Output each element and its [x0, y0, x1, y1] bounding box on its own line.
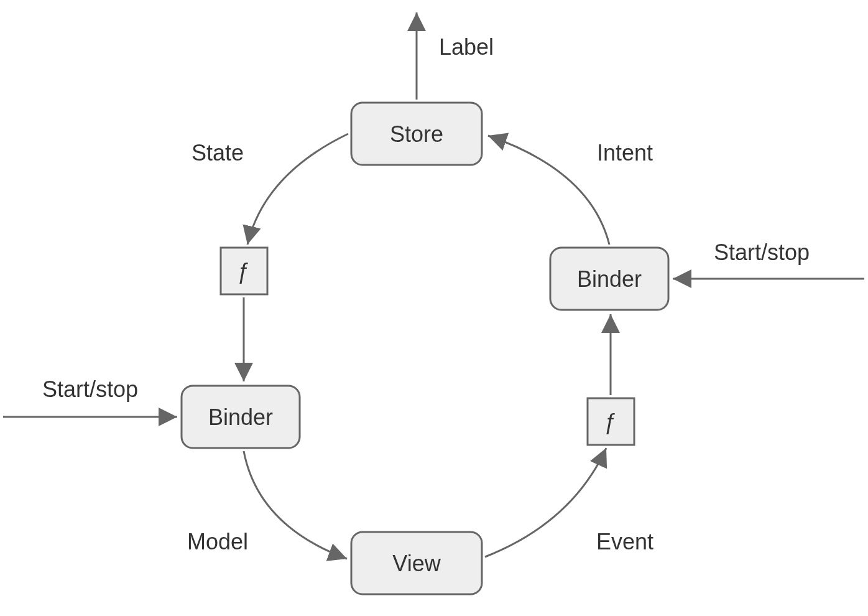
intent-arrow: [488, 136, 609, 245]
model-edge-text: Model: [187, 529, 248, 554]
start-stop-right-text: Start/stop: [714, 240, 810, 265]
state-arrow: [247, 134, 348, 245]
event-edge-text: Event: [596, 529, 653, 554]
start-stop-left-text: Start/stop: [42, 376, 138, 402]
binder-right-label: Binder: [577, 266, 642, 292]
model-arrow: [244, 451, 347, 559]
store-label: Store: [390, 121, 443, 147]
event-arrow: [485, 448, 606, 557]
architecture-diagram: Store View Binder Binder ƒ ƒ Label State…: [0, 0, 868, 616]
binder-left-label: Binder: [208, 404, 273, 430]
state-edge-text: State: [192, 140, 244, 166]
function-left-label: ƒ: [238, 258, 250, 284]
view-label: View: [392, 551, 441, 576]
label-edge-text: Label: [439, 34, 494, 60]
intent-edge-text: Intent: [597, 140, 653, 166]
function-right-label: ƒ: [604, 409, 617, 434]
